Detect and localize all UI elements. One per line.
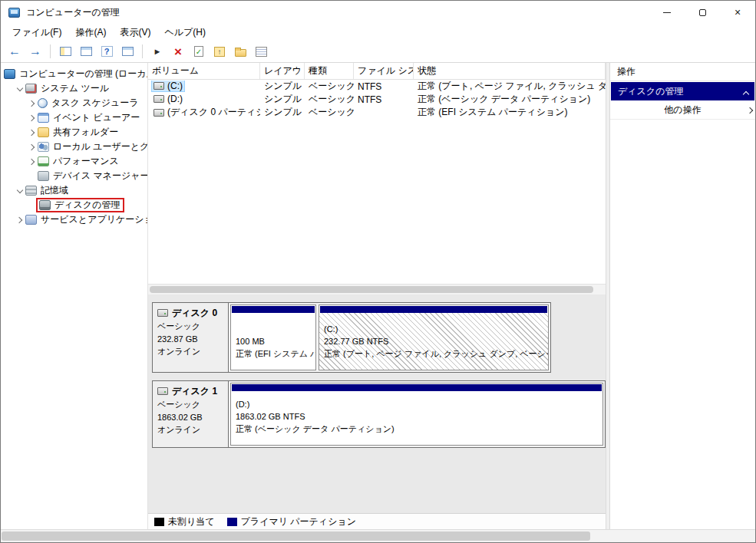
shared-folders-icon: [38, 127, 49, 137]
check-document-glyph: ✓: [194, 46, 203, 57]
tree-item-local-users-groups[interactable]: ローカル ユーザーとグループ: [1, 140, 147, 154]
menu-view[interactable]: 表示(V): [113, 25, 157, 41]
tree-item-label: コンピューターの管理 (ローカル): [19, 67, 147, 81]
volume-layout: シンプル: [260, 106, 305, 119]
chevron-down-icon[interactable]: [15, 84, 25, 94]
local-users-groups-icon: [38, 142, 49, 152]
partition-size: 232.77 GB NTFS: [324, 336, 543, 348]
partition-d[interactable]: (D:) 1863.02 GB NTFS 正常 (ベーシック データ パーティシ…: [230, 383, 603, 446]
main-area: コンピューターの管理 (ローカル) システム ツール タスク スケジューラ イベ…: [1, 63, 755, 529]
maximize-icon: [699, 9, 706, 16]
delete-volume-icon[interactable]: ×: [169, 43, 187, 61]
volume-status: 正常 (EFI システム パーティション): [414, 106, 606, 119]
more-actions-item[interactable]: 他の操作: [610, 100, 755, 120]
tree-item-system-tools[interactable]: システム ツール: [1, 81, 147, 96]
volume-list-hscrollbar: [148, 284, 606, 295]
toolbar-separator: [142, 44, 143, 58]
performance-icon: [38, 156, 49, 166]
disk-type: ベーシック: [157, 398, 223, 411]
mark-active-icon[interactable]: ✓: [190, 43, 208, 61]
disk-0-header[interactable]: ディスク 0 ベーシック 232.87 GB オンライン: [153, 303, 229, 372]
forward-arrow-glyph: →: [29, 45, 41, 58]
column-header-layout[interactable]: レイアウト: [260, 63, 305, 79]
volume-icon: [154, 82, 164, 90]
column-header-filesystem[interactable]: ファイル システム: [354, 63, 414, 79]
forward-icon[interactable]: →: [26, 43, 45, 61]
disk-status: オンライン: [157, 345, 223, 358]
disk-1-header[interactable]: ディスク 1 ベーシック 1863.02 GB オンライン: [153, 381, 229, 447]
chevron-right-icon[interactable]: [27, 113, 38, 123]
annotation-highlight-box: ディスクの管理: [36, 198, 124, 212]
event-viewer-icon: [38, 113, 49, 123]
minimize-button[interactable]: [649, 1, 685, 24]
window-hscrollbar-thumb[interactable]: [2, 531, 590, 541]
volume-label: (ディスク 0 パーティション 1): [167, 106, 260, 119]
partition-efi[interactable]: 100 MB 正常 (EFI システム パ: [230, 304, 316, 370]
task-scheduler-icon: [38, 98, 48, 108]
tree-item-computer-management[interactable]: コンピューターの管理 (ローカル): [1, 67, 147, 81]
system-tools-icon: [25, 84, 37, 94]
menu-action[interactable]: 操作(A): [68, 25, 113, 41]
volume-row-c[interactable]: (C:) シンプル ベーシック NTFS 正常 (ブート, ページ ファイル, …: [148, 80, 606, 93]
partition-letter: (C:): [324, 324, 543, 336]
tree-item-label: 共有フォルダー: [53, 126, 118, 139]
volume-filesystem: NTFS: [354, 94, 414, 105]
open-folder-icon[interactable]: [231, 43, 249, 61]
actions-panel: 操作 ディスクの管理 他の操作: [609, 63, 755, 529]
tree-item-disk-management[interactable]: ディスクの管理: [1, 198, 147, 212]
legend-label: プライマリ パーティション: [241, 515, 356, 528]
hscrollbar-thumb[interactable]: [150, 286, 593, 293]
help-glyph: ?: [101, 46, 113, 57]
partition-c[interactable]: (C:) 232.77 GB NTFS 正常 (ブート, ページ ファイル, ク…: [319, 304, 549, 370]
chevron-right-icon[interactable]: [15, 215, 25, 225]
console-tree-icon[interactable]: [56, 43, 74, 61]
actions-panel-title: 操作: [610, 63, 755, 81]
tree-item-label: デバイス マネージャー: [53, 169, 147, 183]
tree-item-task-scheduler[interactable]: タスク スケジューラ: [1, 96, 147, 110]
menu-help[interactable]: ヘルプ(H): [157, 25, 213, 41]
disk-type: ベーシック: [157, 320, 223, 333]
disk-1-partitions: (D:) 1863.02 GB NTFS 正常 (ベーシック データ パーティシ…: [229, 381, 605, 447]
properties-icon[interactable]: [118, 43, 137, 61]
computer-management-window: コンピューターの管理 × ファイル(F) 操作(A) 表示(V) ヘルプ(H) …: [0, 0, 756, 543]
legend-primary-partition: プライマリ パーティション: [227, 515, 356, 528]
partition-status: 正常 (ベーシック データ パーティション): [236, 423, 598, 436]
column-header-type[interactable]: 種類: [305, 63, 354, 79]
disk-icon: [157, 387, 168, 395]
action-pointer-icon[interactable]: ►: [148, 43, 167, 61]
properties-glyph: [122, 47, 134, 56]
help-icon[interactable]: ?: [97, 43, 116, 61]
convert-disk-icon[interactable]: ↑: [210, 43, 229, 61]
tree-item-label: タスク スケジューラ: [51, 97, 139, 110]
tree-item-device-manager[interactable]: デバイス マネージャー: [1, 169, 147, 183]
partition-color-band: [320, 306, 547, 313]
volume-layout: シンプル: [260, 93, 305, 106]
volume-name: (D:): [152, 94, 184, 104]
window-hscrollbar: [1, 529, 755, 542]
export-list-icon[interactable]: [77, 43, 95, 61]
actions-section-disk-management[interactable]: ディスクの管理: [611, 82, 754, 100]
disk-icon: [157, 309, 168, 317]
column-header-volume[interactable]: ボリューム: [148, 63, 260, 79]
maximize-button[interactable]: [685, 1, 720, 24]
tree-item-event-viewer[interactable]: イベント ビューアー: [1, 110, 147, 125]
menu-file[interactable]: ファイル(F): [5, 25, 68, 41]
tree-item-performance[interactable]: パフォーマンス: [1, 154, 147, 169]
partition-size: 100 MB: [236, 336, 311, 348]
chevron-right-icon[interactable]: [27, 156, 38, 167]
disk-management-view: ボリューム レイアウト 種類 ファイル システム 状態 (C:) シンプル ベー…: [148, 63, 606, 529]
volume-row-efi[interactable]: (ディスク 0 パーティション 1) シンプル ベーシック 正常 (EFI シス…: [148, 106, 606, 119]
chevron-right-icon[interactable]: [27, 98, 38, 109]
close-button[interactable]: ×: [720, 1, 755, 24]
tree-item-services-applications[interactable]: サービスとアプリケーション: [1, 212, 147, 227]
column-header-status[interactable]: 状態: [414, 63, 606, 79]
checklist-icon[interactable]: [252, 43, 270, 61]
tree-item-shared-folders[interactable]: 共有フォルダー: [1, 125, 147, 140]
chevron-down-icon[interactable]: [15, 186, 25, 196]
volume-label: (D:): [167, 94, 183, 104]
chevron-right-icon[interactable]: [27, 142, 38, 153]
chevron-right-icon[interactable]: [27, 127, 38, 138]
tree-item-storage[interactable]: 記憶域: [1, 183, 147, 198]
volume-row-d[interactable]: (D:) シンプル ベーシック NTFS 正常 (ベーシック データ パーティシ…: [148, 93, 606, 106]
back-icon[interactable]: ←: [5, 43, 24, 61]
